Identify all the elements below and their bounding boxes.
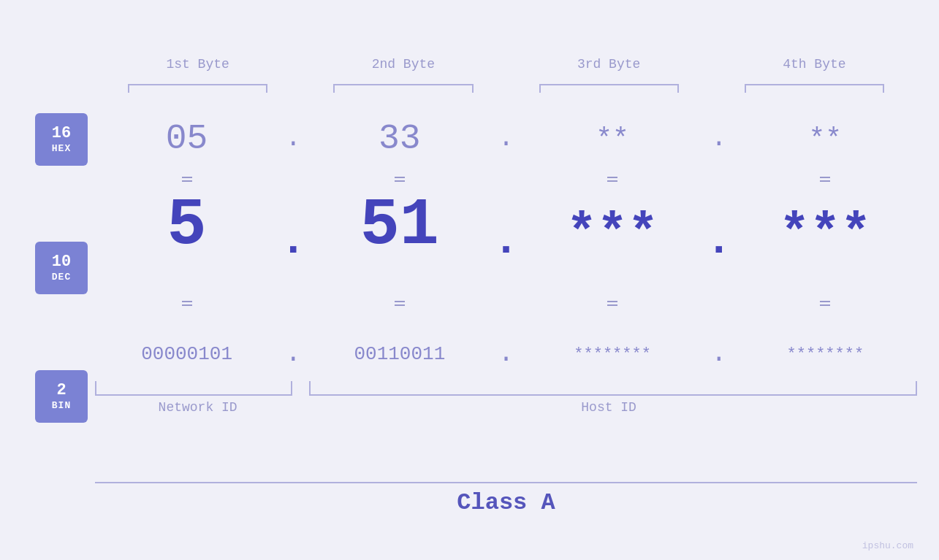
- bin-badge: 2 BIN: [35, 370, 88, 423]
- bracket-3: [539, 84, 679, 93]
- dot-bin-2: .: [498, 341, 514, 367]
- bin-row: 00000101 . 00110011 . ******** . *******…: [95, 329, 917, 380]
- main-container: 16 HEX 10 DEC 2 BIN 1st Byte 2nd Byte 3r…: [0, 0, 939, 560]
- dot-dec-2: .: [493, 219, 519, 263]
- bin-cell-3: ********: [521, 345, 704, 364]
- eq2-bar-2b: [395, 304, 405, 306]
- bin-cell-2: 00110011: [308, 343, 491, 365]
- eq-bar-1a: [182, 177, 192, 178]
- byte-header-row: 1st Byte 2nd Byte 3rd Byte 4th Byte: [95, 57, 917, 72]
- host-id-bracket: [309, 381, 918, 396]
- eq2-bar-1a: [182, 301, 192, 302]
- top-bracket-3: [506, 84, 712, 93]
- bin-value-3: ********: [574, 345, 651, 364]
- dec-cell-2: 51: [308, 188, 491, 263]
- eq-bar-1b: [182, 180, 192, 182]
- sep-dec-2: .: [492, 204, 521, 263]
- eq-bar-2a: [395, 177, 405, 178]
- eq-3: [607, 177, 617, 182]
- eq2-cell-4: [734, 301, 917, 306]
- hex-value-2: 33: [379, 119, 421, 158]
- dot-hex-2: .: [498, 126, 514, 152]
- dec-number: 10: [52, 253, 71, 271]
- watermark: ipshu.com: [862, 540, 913, 551]
- hex-cell-3: **: [521, 123, 704, 155]
- dec-cell-1: 5: [95, 188, 278, 263]
- dec-label: DEC: [52, 272, 71, 283]
- base-labels: 16 HEX 10 DEC 2 BIN: [35, 113, 88, 423]
- sep-dec-1: .: [278, 204, 308, 263]
- eq-2: [395, 177, 405, 182]
- bin-label: BIN: [52, 400, 71, 411]
- dec-cell-4: ***: [734, 205, 917, 263]
- eq-bar-4b: [820, 180, 830, 182]
- host-id-label: Host ID: [581, 400, 636, 415]
- hex-row: 05 . 33 . ** . **: [95, 110, 917, 168]
- sep-bin-3: .: [704, 341, 734, 367]
- net-id-bracket: [95, 381, 292, 396]
- dot-bin-3: .: [711, 341, 727, 367]
- eq2-4: [820, 301, 830, 306]
- hex-number: 16: [52, 125, 71, 142]
- byte-header-1: 1st Byte: [95, 57, 300, 72]
- top-bracket-row: [95, 84, 917, 93]
- dec-value-1: 5: [167, 188, 207, 263]
- sep-dec-3: .: [704, 204, 734, 263]
- eq-4: [820, 177, 830, 182]
- eq-bar-3b: [607, 180, 617, 182]
- id-labels: Network ID Host ID: [95, 400, 917, 415]
- bottom-bracket-area: [95, 381, 917, 396]
- class-label: Class A: [95, 489, 917, 516]
- eq2-2: [395, 301, 405, 306]
- bin-value-4: ********: [787, 345, 864, 364]
- eq-cell-4: [734, 177, 917, 182]
- bracket-1: [128, 84, 267, 93]
- sep-bin-1: .: [278, 341, 308, 367]
- eq2-cell-3: [521, 301, 704, 306]
- bin-cell-1: 00000101: [95, 343, 278, 365]
- eq-cell-2: [308, 177, 491, 182]
- byte-header-2: 2nd Byte: [300, 57, 506, 72]
- hex-cell-1: 05: [95, 119, 278, 158]
- hex-badge: 16 HEX: [35, 113, 88, 166]
- dec-badge: 10 DEC: [35, 242, 88, 294]
- eq2-bar-1b: [182, 304, 192, 306]
- hex-label: HEX: [52, 143, 71, 154]
- dec-value-2: 51: [360, 188, 439, 263]
- byte-header-4: 4th Byte: [712, 57, 917, 72]
- top-bracket-4: [712, 84, 917, 93]
- network-id-label: Network ID: [159, 400, 237, 415]
- class-line: [95, 482, 917, 483]
- eq2-1: [182, 301, 192, 306]
- hex-value-3: **: [596, 123, 629, 155]
- dot-bin-1: .: [285, 341, 301, 367]
- main-grid: 1st Byte 2nd Byte 3rd Byte 4th Byte 05: [95, 44, 917, 516]
- dec-row: 5 . 51 . *** . ***: [95, 197, 917, 263]
- top-bracket-2: [300, 84, 506, 93]
- eq2-cell-2: [308, 301, 491, 306]
- byte-header-3: 3rd Byte: [506, 57, 712, 72]
- hex-cell-2: 33: [308, 119, 491, 158]
- sep-bin-2: .: [492, 341, 521, 367]
- bracket-2: [333, 84, 473, 93]
- hex-value-4: **: [809, 123, 843, 155]
- eq2-3: [607, 301, 617, 306]
- sep-hex-3: .: [704, 126, 734, 152]
- sep-hex-2: .: [492, 126, 521, 152]
- eq-1: [182, 177, 192, 182]
- equals-row-1: [95, 168, 917, 190]
- bin-value-2: 00110011: [354, 343, 445, 365]
- bin-cell-4: ********: [734, 345, 917, 364]
- dec-value-3: ***: [566, 205, 658, 263]
- dec-value-4: ***: [779, 205, 871, 263]
- dec-cell-3: ***: [521, 205, 704, 263]
- class-section: Class A: [95, 482, 917, 516]
- dot-dec-1: .: [280, 219, 306, 263]
- network-id-label-container: Network ID: [95, 400, 300, 415]
- dot-hex-1: .: [285, 126, 301, 152]
- equals-row-2: [95, 292, 917, 314]
- eq-cell-1: [95, 177, 278, 182]
- sep-hex-1: .: [278, 126, 308, 152]
- dot-hex-3: .: [711, 126, 727, 152]
- bin-value-1: 00000101: [141, 343, 232, 365]
